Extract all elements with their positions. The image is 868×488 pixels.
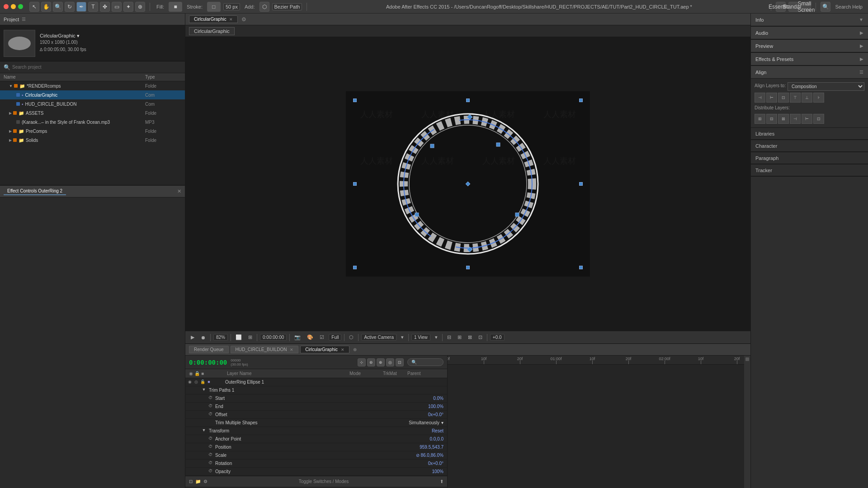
position-row[interactable]: ⏱ Position 959.5,543.7: [185, 443, 447, 451]
selection-handle-bl[interactable]: [353, 266, 357, 269]
composition-tab[interactable]: CirlcularGraphic ✕: [189, 15, 238, 23]
list-item[interactable]: ▪ HUD_CIRCLE_BUILDON Com: [0, 99, 185, 108]
selection-tool[interactable]: ↖: [29, 2, 39, 12]
timeline-timecode[interactable]: 0:00:00:00: [189, 359, 227, 366]
align-menu-icon[interactable]: ☰: [859, 70, 863, 75]
end-stopwatch-icon[interactable]: ⏱: [207, 404, 213, 410]
list-item[interactable]: ▪ CirlcularGraphic Com: [0, 90, 185, 99]
selection-handle-tm[interactable]: [466, 99, 470, 102]
zoom-value[interactable]: 82%: [213, 334, 228, 341]
selection-handle-tl[interactable]: [353, 99, 357, 102]
tab-hud-circle-buildon[interactable]: HUD_CIRCLE_BUILDON ✕: [231, 346, 299, 353]
composition-viewport[interactable]: 人人素材 人人素材 人人素材 人人素材 人人素材 人人素材 人人素材 人人素材: [185, 37, 750, 331]
end-prop-value[interactable]: 100.0%: [428, 404, 443, 409]
add-tab-button[interactable]: ⊕: [353, 347, 357, 352]
view-value[interactable]: 1 View: [411, 334, 430, 341]
layout-button-2[interactable]: ⊞: [456, 334, 463, 340]
tl-render-icon[interactable]: ⊡: [189, 479, 193, 484]
list-item[interactable]: ▶ 📁 PreComps Folde: [0, 127, 185, 136]
distribute-top-button[interactable]: ⊣: [790, 114, 801, 124]
list-item[interactable]: ▶ 📁 ASSETS Folde: [0, 108, 185, 117]
tl-folder-icon[interactable]: 📁: [195, 479, 201, 484]
clone-tool[interactable]: ✤: [100, 2, 110, 12]
timecode-value[interactable]: 0:00:00:00: [260, 334, 287, 341]
scale-row[interactable]: ⏱ Scale ⊘ 86.0,86.0%: [185, 451, 447, 460]
distribute-left-button[interactable]: ⊞: [755, 114, 765, 124]
opacity-row[interactable]: ⏱ Opacity 100%: [185, 468, 447, 476]
align-section-header[interactable]: Align ☰: [751, 66, 868, 79]
camera-icon[interactable]: 📷: [292, 334, 302, 340]
preview-section-header[interactable]: Preview ▶: [751, 40, 868, 52]
distribute-right-button[interactable]: ⊠: [778, 114, 789, 124]
start-prop-value[interactable]: 0.0%: [433, 396, 443, 401]
tl-settings-icon[interactable]: ⚙: [203, 479, 208, 484]
align-left-button[interactable]: ⊣: [755, 93, 765, 103]
distribute-center-h-button[interactable]: ⊟: [766, 114, 777, 124]
effect-controls-close[interactable]: ✕: [177, 188, 181, 194]
tab-circlulargraphic[interactable]: CirlcularGraphic ✕: [300, 346, 349, 353]
offset-prop-row[interactable]: ⏱ Offset 0x+0.0°: [185, 411, 447, 419]
effect-controls-tab[interactable]: Effect Controls OuterRing 2: [4, 188, 66, 195]
toggle-switches-label[interactable]: Toggle Switches / Modes: [210, 479, 437, 484]
transform-reset-button[interactable]: Reset: [432, 428, 443, 433]
text-tool[interactable]: T: [88, 2, 98, 12]
project-search-input[interactable]: [12, 65, 181, 70]
layer-eye-icon[interactable]: ◉: [187, 380, 193, 385]
tab-render-queue[interactable]: Render Queue: [189, 346, 229, 353]
tracker-item[interactable]: Tracker: [751, 164, 868, 176]
star-tool[interactable]: ✦: [123, 2, 133, 12]
play-button[interactable]: ▶: [189, 334, 196, 340]
stroke-width-value[interactable]: 50 px: [223, 3, 240, 10]
hud-tab-close[interactable]: ✕: [290, 347, 293, 352]
selection-handle-br[interactable]: [579, 266, 583, 269]
audio-section-header[interactable]: Audio ▶: [751, 27, 868, 39]
selection-handle-mr[interactable]: [579, 182, 583, 186]
anchor-stopwatch-icon[interactable]: ⏱: [207, 436, 213, 442]
layer-color-label[interactable]: ■: [206, 380, 212, 385]
minimize-window-button[interactable]: [11, 4, 16, 9]
puppet-tool[interactable]: ⊕: [135, 2, 145, 12]
distribute-bottom-button[interactable]: ⊡: [813, 114, 824, 124]
opacity-value[interactable]: 100%: [432, 469, 443, 474]
offset-value[interactable]: +0.0: [490, 334, 505, 341]
anchor-point-value[interactable]: 0.0,0.0: [429, 436, 443, 441]
fill-swatch[interactable]: ■: [169, 2, 182, 12]
align-bottom-button[interactable]: ⊦: [813, 93, 824, 103]
start-prop-row[interactable]: ⏱ Start 0.0%: [185, 394, 447, 403]
layout-button-3[interactable]: ⊠: [466, 334, 474, 340]
layer-row[interactable]: ◉ ◎ 🔓 ■ OuterRing Ellipse 1: [185, 378, 447, 386]
distribute-center-v-button[interactable]: ⊢: [802, 114, 812, 124]
camera-dropdown-arrow[interactable]: ▾: [399, 334, 406, 340]
rotation-value[interactable]: 0x+0.0°: [428, 461, 443, 466]
camera-value[interactable]: Active Camera: [361, 334, 396, 341]
circular-tab-close[interactable]: ✕: [341, 347, 344, 352]
align-to-dropdown[interactable]: Composition Selection: [788, 82, 864, 91]
end-prop-row[interactable]: ⏱ End 100.0%: [185, 403, 447, 411]
selection-handle-tr[interactable]: [579, 99, 583, 102]
layer-solo-icon[interactable]: ◎: [193, 380, 199, 385]
close-window-button[interactable]: [4, 4, 9, 9]
character-item[interactable]: Character: [751, 140, 868, 152]
scale-value[interactable]: ⊘ 86.0,86.0%: [416, 453, 443, 458]
comp-settings-icon[interactable]: ⚙: [241, 16, 246, 23]
view-dropdown-arrow[interactable]: ▾: [433, 334, 439, 340]
tl-tool-1[interactable]: ⊹: [358, 358, 366, 366]
3d-view-button[interactable]: ⬡: [347, 334, 355, 340]
align-top-button[interactable]: ⊤: [790, 93, 801, 103]
tl-tool-2[interactable]: ⊛: [367, 358, 375, 366]
position-value[interactable]: 959.5,543.7: [420, 445, 443, 450]
trim-multiple-shapes-row[interactable]: Trim Multiple Shapes Simultaneously ▾: [185, 419, 447, 427]
hand-tool[interactable]: ✋: [41, 2, 51, 12]
list-item[interactable]: ▶ 📁 Solids Folde: [0, 136, 185, 145]
tl-tool-4[interactable]: ◎: [386, 358, 394, 366]
safe-zones-button[interactable]: ⊞: [246, 334, 254, 340]
list-item[interactable]: ▼ 📁 *RENDERcomps Folde: [0, 81, 185, 90]
align-right-button[interactable]: ⊡: [778, 93, 789, 103]
layout-button-4[interactable]: ⊡: [476, 334, 484, 340]
pen-tool[interactable]: ✒: [76, 2, 86, 12]
trim-multiple-dropdown[interactable]: Simultaneously ▾: [409, 420, 443, 425]
frame-button[interactable]: ⬜: [234, 334, 244, 340]
project-menu-icon[interactable]: ☰: [22, 17, 26, 22]
checkerboard-button[interactable]: ☑: [318, 334, 326, 340]
trim-paths-group[interactable]: ▼ Trim Paths 1: [185, 386, 447, 394]
